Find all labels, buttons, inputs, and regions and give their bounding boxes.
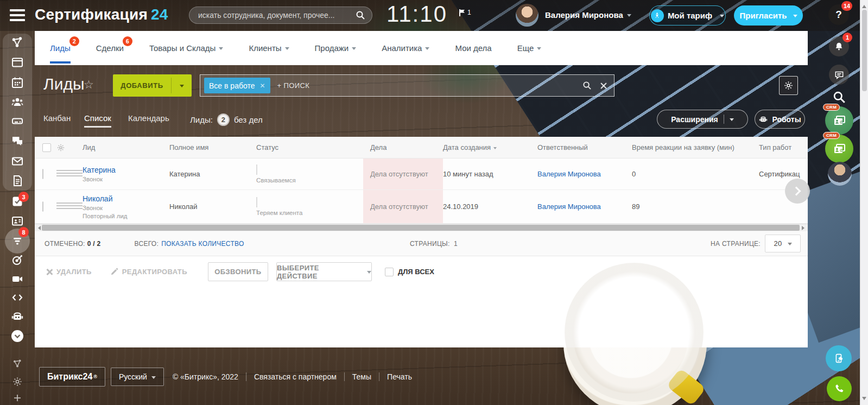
sidebar-search-button[interactable] — [832, 90, 846, 104]
global-search[interactable] — [189, 7, 372, 24]
col-reaction-time[interactable]: Время реакции на заявку (мин) — [632, 143, 759, 151]
show-count-link[interactable]: ПОКАЗАТЬ КОЛИЧЕСТВО — [161, 240, 244, 248]
col-work-type[interactable]: Тип работ — [759, 143, 808, 151]
col-responsible[interactable]: Ответственный — [537, 143, 632, 151]
themes-link[interactable]: Темы — [352, 372, 371, 381]
horizontal-scrollbar[interactable] — [35, 224, 808, 231]
telephony-button[interactable] — [827, 376, 852, 401]
remove-filter-icon[interactable]: ✕ — [259, 82, 265, 90]
language-selector[interactable]: Русский — [111, 368, 164, 386]
search-icon[interactable] — [356, 10, 365, 20]
scrollbar-thumb[interactable] — [42, 225, 800, 231]
sort-desc-icon[interactable] — [493, 147, 497, 151]
lead-name-link[interactable]: Катерина — [83, 166, 116, 174]
scroll-left-arrow[interactable] — [36, 226, 41, 230]
scroll-right-arrow[interactable] — [802, 226, 807, 230]
tab-analytics[interactable]: Аналитика — [382, 43, 429, 53]
row-menu-icon[interactable] — [56, 202, 83, 209]
sidebar-item-feed[interactable] — [11, 56, 24, 69]
col-full-name[interactable]: Полное имя — [169, 143, 256, 151]
table-scroll-next-button[interactable] — [785, 179, 810, 204]
sidebar-item-mail[interactable] — [11, 155, 24, 168]
portal-logo[interactable]: Сертификация24 — [35, 6, 168, 23]
scroll-down-arrow[interactable] — [862, 397, 866, 402]
sidebar-item-marketing[interactable] — [11, 254, 24, 267]
sidebar-item-sites[interactable] — [11, 291, 24, 304]
sidebar-item-contacts[interactable] — [11, 214, 24, 227]
col-activities[interactable]: Дела — [363, 143, 443, 151]
sidebar-item-calendar[interactable] — [11, 76, 24, 89]
tariff-button[interactable]: Мой тариф — [649, 5, 726, 26]
view-calendar[interactable]: Календарь — [128, 113, 169, 123]
sidebar-item-video[interactable] — [11, 273, 24, 286]
main-menu-icon[interactable] — [10, 9, 25, 21]
row-checkbox[interactable] — [42, 169, 43, 179]
add-dropdown[interactable] — [172, 74, 192, 97]
sidebar-item-employees[interactable] — [11, 96, 24, 109]
for-all-checkbox[interactable]: ДЛЯ ВСЕХ — [385, 268, 434, 276]
sidebar-item-documents[interactable] — [11, 174, 24, 187]
crm-app-button[interactable]: CRM @ — [825, 106, 853, 135]
tab-more[interactable]: Еще — [517, 43, 542, 53]
view-kanban[interactable]: Канбан — [43, 113, 71, 123]
row-menu-icon[interactable] — [56, 170, 83, 176]
contact-avatar[interactable] — [828, 162, 852, 186]
chat-button[interactable] — [829, 65, 849, 85]
responsible-link[interactable]: Валерия Миронова — [537, 202, 632, 211]
tab-leads[interactable]: Лиды2 — [50, 43, 71, 53]
delete-button[interactable]: УДАЛИТЬ — [46, 268, 92, 276]
page-scrollbar[interactable] — [860, 0, 868, 405]
tab-deals[interactable]: Сделки6 — [96, 43, 124, 53]
sidebar-item-drive[interactable] — [11, 115, 24, 128]
crm-app-button-2[interactable]: CRM @ — [825, 135, 853, 163]
call-button[interactable]: ОБЗВОНИТЬ — [208, 262, 268, 281]
select-action-button[interactable]: ВЫБЕРИТЕ ДЕЙСТВИЕ — [276, 262, 372, 281]
add-lead-button[interactable]: ДОБАВИТЬ — [113, 74, 192, 97]
filter-search-label[interactable]: + ПОИСК — [277, 81, 310, 90]
scrollbar-thumb[interactable] — [862, 10, 867, 91]
col-lead[interactable]: Лид — [83, 143, 169, 151]
table-row[interactable]: Катерина Звонок Катерина Связываемся Дел… — [35, 159, 808, 190]
view-list[interactable]: Список — [84, 113, 111, 123]
extensions-button[interactable]: Расширения — [657, 110, 748, 129]
tab-my-activities[interactable]: Мои дела — [455, 43, 491, 53]
grid-settings-gear-icon[interactable] — [56, 143, 65, 152]
tab-clients[interactable]: Клиенты — [249, 43, 289, 53]
row-checkbox[interactable] — [42, 201, 43, 212]
sidebar-settings-icon[interactable] — [11, 375, 24, 388]
clear-filter-icon[interactable] — [600, 82, 607, 90]
per-page-select[interactable]: 20 — [765, 235, 801, 252]
filter-search-icon[interactable] — [582, 81, 592, 90]
user-menu[interactable]: Валерия Миронова — [545, 10, 631, 20]
print-link[interactable]: Печать — [387, 372, 412, 381]
favorite-star-icon[interactable]: ☆ — [84, 78, 94, 91]
filter-search-bar[interactable]: Все в работе✕ + ПОИСК — [200, 74, 614, 97]
checkbox[interactable] — [385, 268, 394, 276]
responsible-link[interactable]: Валерия Миронова — [537, 170, 632, 178]
col-status[interactable]: Статус — [256, 143, 363, 151]
sidebar-item-automation[interactable] — [11, 310, 24, 323]
sidebar-item-pulse[interactable] — [11, 36, 24, 49]
sidebar-collapse-icon[interactable] — [11, 330, 24, 343]
sidebar-item-messenger[interactable] — [11, 135, 24, 148]
counter-badge[interactable]: 2 — [217, 113, 230, 126]
mobile-app-button[interactable] — [826, 345, 852, 371]
sidebar-item-network[interactable] — [11, 357, 24, 370]
partner-link[interactable]: Связаться с партнером — [254, 372, 337, 381]
global-search-input[interactable] — [198, 11, 356, 20]
view-settings-button[interactable] — [779, 76, 798, 95]
filter-preset-chip[interactable]: Все в работе✕ — [204, 78, 270, 93]
lead-name-link[interactable]: Николай — [83, 194, 112, 203]
table-row[interactable]: Николай Звонок Повторный лид Николай Тер… — [35, 190, 808, 224]
sidebar-add-icon[interactable] — [11, 391, 24, 404]
bitrix24-footer-logo[interactable]: Битрикс24® — [39, 367, 105, 387]
invite-button[interactable]: Пригласить — [734, 5, 803, 26]
edit-button[interactable]: РЕДАКТИРОВАТЬ — [110, 268, 187, 276]
clock[interactable]: 11:10 — [387, 1, 447, 27]
tab-sales[interactable]: Продажи — [315, 43, 357, 53]
tab-products[interactable]: Товары и Склады — [149, 43, 224, 53]
robots-button[interactable]: Роботы — [755, 110, 805, 129]
select-all-checkbox[interactable] — [42, 143, 51, 152]
flag-counter[interactable]: 1 — [459, 9, 471, 17]
user-avatar[interactable] — [516, 4, 538, 27]
